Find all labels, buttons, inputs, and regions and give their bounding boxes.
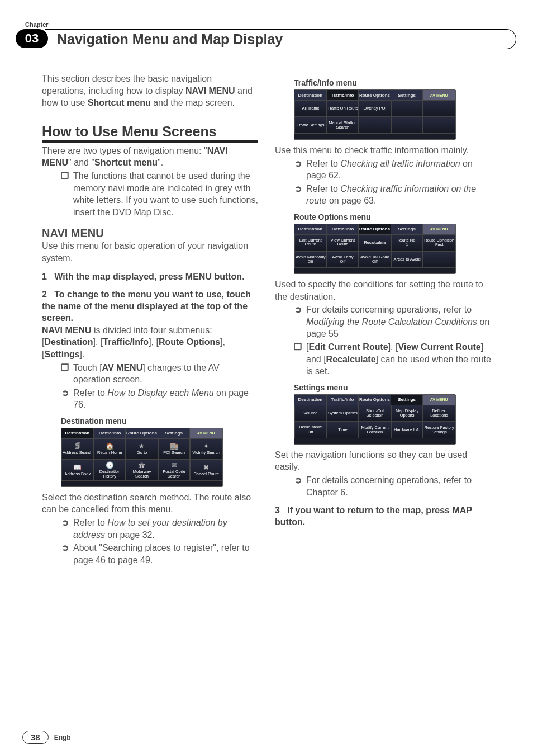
tab-settings: Settings [158,428,191,438]
step-1: 1 With the map displayed, press MENU but… [42,271,258,283]
tab-destination: Destination [294,224,327,234]
page-footer: 38 Engb [22,731,71,744]
cell: 🛣Motorway Search [126,460,158,481]
cell [391,100,423,117]
t: Vicinity Search [192,451,220,455]
t: POI Search [163,451,185,455]
cell: ★Go to [126,438,158,460]
tab-destination: Destination [294,395,327,405]
refer-modify-route: ➲ For details concerning operations, ref… [294,304,491,340]
bar [294,134,455,139]
cell: 🏠Return Home [94,438,126,460]
t: Off [308,430,313,434]
cell: All Traffic [294,100,327,117]
cell: 🏬POI Search [158,438,191,460]
t: Postal Code Search [159,470,190,479]
cell: ✖Cancel Route [190,460,222,481]
page-content: This section describes the basic navigat… [42,73,491,717]
t: View Current Route [398,342,480,352]
cell: Route No.1 [391,234,423,251]
cell: Traffic On Route [327,100,359,117]
cell: Avoid Toll RoadOff [359,251,391,268]
tab-traffic: Traffic/Info [327,224,359,234]
tab-av-menu: AV MENU [423,395,455,405]
settings-desc: Set the navigation functions so they can… [275,449,491,473]
t: View Current Route [327,238,359,247]
edit-route-note: ❐ [Edit Current Route], [View Current Ro… [294,341,491,377]
cell: System Options [327,405,359,422]
t: Edit Current Route [308,342,388,352]
tab-av-menu: AV MENU [423,224,455,234]
motorway-icon: 🛣 [139,462,145,469]
t: For details concerning operations, refer… [306,304,491,340]
cell: Short-Cut Selection [359,405,391,422]
navi-menu-heading: NAVI MENU [42,227,258,240]
t: ]. [80,349,85,359]
t: Off [372,259,378,264]
cell: Volume [294,405,327,422]
vicinity-icon: ✦ [203,443,209,450]
t: There are two types of navigation menu: … [42,146,207,155]
poi-icon: 🏬 [170,443,178,450]
cell: ✦Vicinity Search [190,438,222,460]
cell: 🗐Address Search [61,438,94,460]
t: Cancel Route [193,472,218,476]
note-bullet: ❐ The functions that cannot be used duri… [61,170,258,218]
language-code: Engb [54,734,71,741]
tab-route-options: Route Options [126,428,158,438]
tab-settings: Settings [391,90,423,100]
arrow-bullet-icon: ➲ [294,158,302,182]
t: Touch [AV MENU] changes to the AV operat… [73,362,258,386]
cell [423,100,455,117]
cell: Recalculate [359,234,391,251]
settings-menu-screenshot: Destination Traffic/Info Route Options S… [294,394,456,445]
t: About "Searching places to register", re… [73,542,258,566]
cell: Avoid MotorwayOff [294,251,327,268]
t: Refer to How to set your destination by … [73,517,258,541]
settings-menu-caption: Settings menu [294,383,491,392]
cell: 🕓Destination History [94,460,126,481]
cell: Map Display Options [391,405,423,422]
cell [391,117,423,134]
t: Address Search [63,451,92,455]
tab-traffic: Traffic/Info [327,395,359,405]
cancel-icon: ✖ [203,464,209,471]
doc-icon: 🗐 [74,443,81,450]
t: Modifying the Route Calculation Conditio… [306,317,477,327]
tab-destination: Destination [294,90,327,100]
cell: Edit Current Route [294,234,327,251]
cell: 📖Address Book [61,460,94,481]
tab-traffic: Traffic/Info [94,428,126,438]
step-num: 1 [42,272,47,281]
t: Checking all traffic information [340,159,460,168]
cell: Route ConditionFast [423,234,455,251]
t: " and " [68,158,94,167]
t: Recalculate [326,355,376,364]
cell: Time [327,422,359,438]
t: Refer to [73,388,107,398]
t: For details concerning operations, refer… [306,474,491,498]
cell: View Current Route [327,234,359,251]
t: [Edit Current Route], [View Current Rout… [306,341,491,377]
chapter-label: Chapter [25,21,49,28]
t: AV MENU [102,363,143,372]
page-number: 38 [22,731,49,744]
arrow-bullet-icon: ➲ [294,304,302,340]
cell [423,251,455,268]
t: ], [ [388,342,398,352]
refer-chapter6: ➲ For details concerning operations, ref… [294,474,491,498]
t: Avoid Toll Road [360,255,389,259]
cell: Restore Factory Settings [423,422,455,438]
tab-destination: Destination [61,428,94,438]
route-options-screenshot: Destination Traffic/Info Route Options S… [294,224,456,274]
cell: Manual Station Search [327,117,359,134]
t: Avoid Ferry [332,255,353,259]
cell: Defined Locations [423,405,455,422]
t: Route Condition [424,238,454,243]
step-2: 2 To change to the menu you want to use,… [42,289,258,324]
cell: Areas to Avoid [391,251,423,268]
how-to-use-heading: How to Use Menu Screens [42,124,258,143]
destination-menu-caption: Destination menu [61,417,258,426]
t: Refer to [306,159,340,168]
destination-menu-screenshot: Destination Traffic/Info Route Options S… [61,428,223,487]
